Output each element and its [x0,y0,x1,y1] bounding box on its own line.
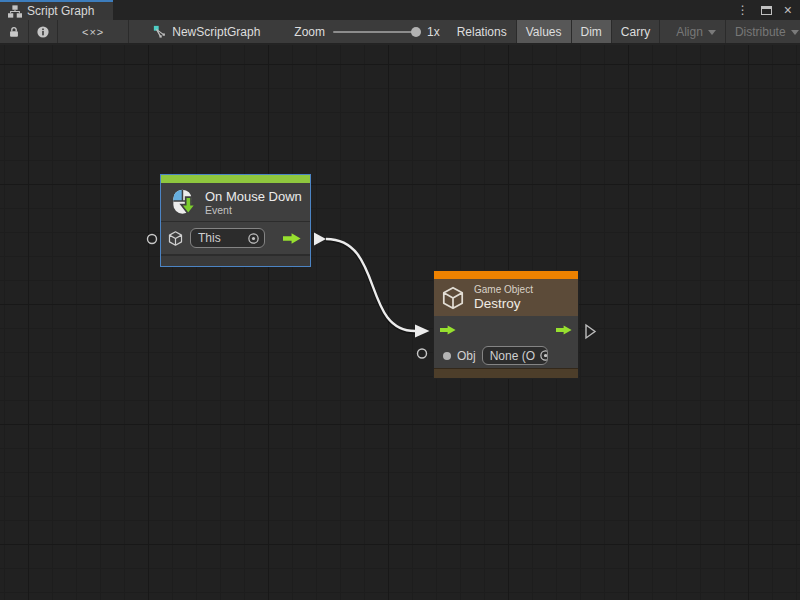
node-destroy[interactable]: Game Object Destroy Obj None (O [433,270,579,379]
destroy-flow-row [434,316,578,343]
info-icon [36,25,50,39]
window-menu-icon[interactable]: ⋮ [737,4,749,16]
destroy-node-titles: Game Object Destroy [474,284,533,312]
flow-out-arrow-icon[interactable] [556,324,572,336]
align-dropdown: Align [667,20,726,43]
zoom-control: Zoom 1x [294,20,439,43]
target-value-text: This [191,231,247,245]
toolbar-toggles: Relations Values Dim Carry Align Distrib… [448,20,800,43]
unit-color-cap [434,271,578,279]
lock-button[interactable] [0,20,29,43]
event-node-header[interactable]: On Mouse Down Event [161,183,310,221]
graph-name-label: NewScriptGraph [172,25,260,39]
destroy-obj-row: Obj None (O [434,343,578,368]
destroy-node-footer [434,368,578,378]
distribute-dropdown: Distribute [726,20,800,43]
distribute-label: Distribute [735,25,786,39]
destroy-node-category: Game Object [474,284,533,296]
code-icon: <×> [82,26,104,38]
info-button[interactable] [29,20,58,43]
event-node-footer [161,255,310,266]
zoom-slider[interactable] [333,31,419,33]
event-target-port[interactable] [148,235,157,244]
event-node-titles: On Mouse Down Event [205,189,302,216]
graph-toolbar: <×> NewScriptGraph Zoom 1x Relations Val… [0,20,800,44]
zoom-label: Zoom [294,25,325,39]
code-view-button[interactable]: <×> [58,20,129,43]
event-color-cap [161,175,310,183]
graph-name-button[interactable]: NewScriptGraph [143,20,270,43]
flow-in-arrow-icon[interactable] [440,324,456,336]
tabbar-spacer [113,0,737,20]
wire-start-arrow [314,233,326,246]
chevron-down-icon [708,30,716,35]
destroy-node-title: Destroy [474,296,533,312]
wire-shadow [326,240,415,332]
tab-title: Script Graph [27,4,94,18]
window-tab-bar: Script Graph ⋮ × [0,0,800,20]
graph-tree-icon [8,5,22,18]
event-node-title: On Mouse Down [205,189,302,204]
lock-icon [7,25,21,39]
node-on-mouse-down[interactable]: On Mouse Down Event This [160,174,311,267]
destroy-node-header[interactable]: Game Object Destroy [434,279,578,316]
flow-arrow-icon[interactable] [283,232,301,245]
align-label: Align [676,25,703,39]
object-picker-icon[interactable] [539,349,548,362]
game-object-icon [167,230,184,247]
destroy-flow-out-port[interactable] [586,325,595,338]
target-value-field[interactable]: This [190,228,265,248]
relations-button[interactable]: Relations [448,20,517,43]
values-button[interactable]: Values [517,20,572,43]
window-controls: ⋮ × [737,0,800,20]
tab-script-graph[interactable]: Script Graph [0,0,113,20]
dim-button[interactable]: Dim [572,20,612,43]
obj-port-label: Obj [457,349,476,363]
toolbar-gap [660,20,667,43]
mouse-down-icon [168,187,198,217]
chevron-down-icon [791,30,799,35]
object-picker-icon[interactable] [247,232,260,245]
zoom-value: 1x [427,25,440,39]
close-icon[interactable]: × [784,3,792,17]
graph-canvas[interactable]: On Mouse Down Event This [0,45,800,600]
event-target-row: This [161,222,310,254]
carry-button[interactable]: Carry [612,20,660,43]
obj-value-field[interactable]: None (O [482,346,548,365]
zoom-slider-handle[interactable] [411,27,421,37]
game-object-icon [440,285,466,311]
maximize-icon[interactable] [761,6,772,15]
wire-end-arrow [415,325,430,338]
wire-layer [0,45,800,600]
obj-value-text: None (O [483,349,539,363]
graph-node-icon [153,25,167,39]
obj-port-dot[interactable] [443,352,451,360]
destroy-obj-port[interactable] [418,349,427,358]
event-node-subtitle: Event [205,204,302,216]
